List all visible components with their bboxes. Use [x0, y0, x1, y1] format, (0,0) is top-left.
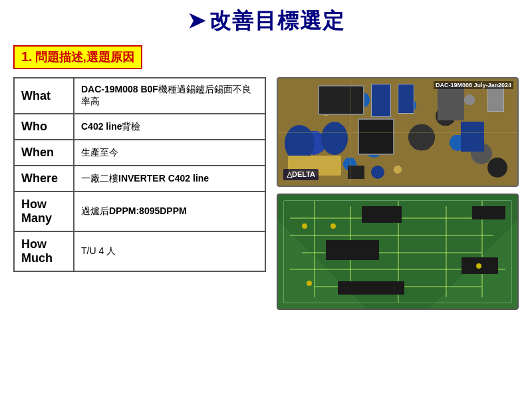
pcb-bottom-image — [277, 194, 519, 310]
images-column: DAC-19M008 July-Jan2024 △DELTA — [277, 77, 519, 310]
value-how-many: 過爐后DPPM:8095DPPM — [74, 192, 265, 231]
page-title: ➤改善目標選定 — [13, 7, 519, 36]
table-row: HowMuch T/U 4 人 — [14, 231, 265, 271]
page-container: ➤改善目標選定 1.問題描述,選題原因 What DAC-19M008 B0F機… — [0, 0, 532, 317]
value-what: DAC-19M008 B0F機種過錫鑪后錫面不良率高 — [74, 78, 265, 114]
label-what: What — [14, 78, 74, 114]
label-how-much: HowMuch — [14, 231, 74, 271]
main-layout: What DAC-19M008 B0F機種過錫鑪后錫面不良率高 Who C402… — [13, 77, 519, 310]
pcb-top-board: DAC-19M008 July-Jan2024 △DELTA — [277, 77, 519, 187]
label-where: Where — [14, 166, 74, 192]
value-how-much: T/U 4 人 — [74, 231, 265, 271]
table-row: Where 一廠二樓INVERTER C402 line — [14, 166, 265, 192]
title-text: 改善目標選定 — [209, 9, 345, 33]
value-when: 生產至今 — [74, 140, 265, 166]
label-when: When — [14, 140, 74, 166]
table-row: Who C402 line背檢 — [14, 114, 265, 140]
label-how-many: HowMany — [14, 192, 74, 231]
section-heading-text: 問題描述,選題原因 — [35, 51, 134, 64]
section-number: 1. — [21, 49, 33, 64]
pcb-traces — [278, 195, 517, 309]
section-heading: 1.問題描述,選題原因 — [13, 45, 142, 69]
table-row: When 生產至今 — [14, 140, 265, 166]
title-arrow: ➤ — [188, 9, 207, 33]
delta-logo: △DELTA — [283, 169, 319, 180]
pcb-bottom-board — [277, 194, 519, 310]
table-row: HowMany 過爐后DPPM:8095DPPM — [14, 192, 265, 231]
table-row: What DAC-19M008 B0F機種過錫鑪后錫面不良率高 — [14, 78, 265, 114]
pcb-top-label: DAC-19M008 July-Jan2024 — [434, 81, 513, 89]
value-where: 一廠二樓INVERTER C402 line — [74, 166, 265, 192]
value-who: C402 line背檢 — [74, 114, 265, 140]
info-table: What DAC-19M008 B0F機種過錫鑪后錫面不良率高 Who C402… — [13, 77, 266, 272]
pcb-top-image: DAC-19M008 July-Jan2024 △DELTA — [277, 77, 519, 187]
label-who: Who — [14, 114, 74, 140]
